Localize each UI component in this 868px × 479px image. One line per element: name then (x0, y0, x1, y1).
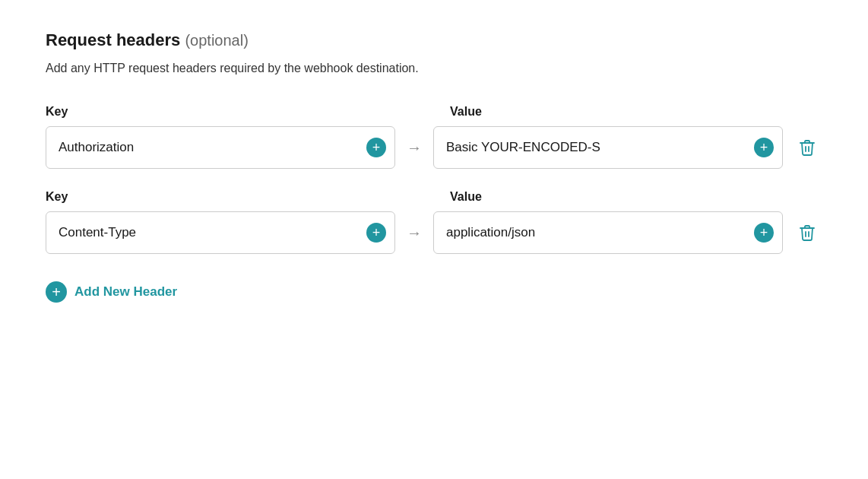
trash-icon-2 (798, 224, 816, 242)
key-label-1: Key (46, 105, 410, 119)
key-input-wrapper-2: + (46, 211, 395, 254)
value-input-2[interactable] (433, 211, 783, 254)
header-labels-1: Key Value (46, 105, 821, 119)
value-input-wrapper-2: + (433, 211, 783, 254)
header-row-2: Key Value + → + (46, 190, 821, 254)
value-input-wrapper-1: + (433, 126, 783, 169)
header-labels-2: Key Value (46, 190, 821, 204)
key-input-wrapper-1: + (46, 126, 395, 169)
value-input-1[interactable] (433, 126, 783, 169)
header-row-1: Key Value + → + (46, 105, 821, 169)
key-input-2[interactable] (46, 211, 395, 254)
key-plus-button-2[interactable]: + (366, 223, 386, 243)
add-plus-circle: + (46, 281, 67, 303)
section-description: Add any HTTP request headers required by… (46, 59, 821, 78)
key-input-1[interactable] (46, 126, 395, 169)
delete-button-1[interactable] (794, 134, 821, 161)
delete-button-2[interactable] (794, 219, 821, 246)
input-row-2: + → + (46, 211, 821, 254)
value-label-2: Value (450, 190, 482, 204)
trash-icon-1 (798, 138, 816, 157)
arrow-1: → (395, 139, 433, 157)
key-plus-button-1[interactable]: + (366, 138, 386, 157)
add-new-header-button[interactable]: + Add New Header (46, 275, 177, 309)
section-title: Request headers (optional) (46, 30, 821, 50)
request-headers-section: Request headers (optional) Add any HTTP … (46, 30, 821, 309)
key-label-2: Key (46, 190, 410, 204)
value-plus-button-2[interactable]: + (754, 223, 774, 243)
value-label-1: Value (450, 105, 482, 119)
arrow-2: → (395, 224, 433, 242)
title-text: Request headers (46, 30, 180, 49)
value-plus-button-1[interactable]: + (754, 138, 774, 157)
add-header-label: Add New Header (74, 284, 177, 300)
input-row-1: + → + (46, 126, 821, 169)
title-optional: (optional) (185, 32, 248, 49)
